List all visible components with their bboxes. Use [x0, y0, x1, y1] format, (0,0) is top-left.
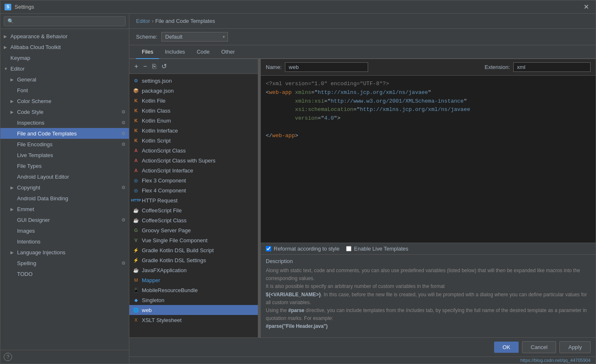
extension-input[interactable]: [513, 62, 591, 72]
nav-item-languageinjections[interactable]: ▶ Language Injections: [0, 247, 129, 258]
nav-label: Alibaba Cloud Toolkit: [10, 44, 126, 50]
file-item-name: ActionScript Interface: [142, 167, 193, 174]
nav-item-fileencodings[interactable]: ▶ File Encodings ⚙: [0, 139, 129, 150]
nav-item-filetypes[interactable]: ▶ File Types: [0, 160, 129, 171]
file-item-coffeeclass[interactable]: ☕ CoffeeScript Class: [129, 215, 258, 225]
ok-button[interactable]: OK: [494, 342, 519, 353]
close-button[interactable]: ✕: [581, 2, 591, 12]
file-item-name: Singleton: [142, 297, 164, 303]
nav-item-font[interactable]: ▶ Font: [0, 85, 129, 96]
nav-item-intentions[interactable]: ▶ Intentions: [0, 236, 129, 247]
nav-item-spelling[interactable]: ▶ Spelling ⚙: [0, 258, 129, 268]
settings-icon: ⚙: [121, 109, 126, 115]
file-item-name: Flex 3 Component: [142, 177, 186, 184]
breadcrumb-current: File and Code Templates: [155, 18, 215, 24]
breadcrumb-parent: Editor: [136, 18, 150, 24]
file-item-name: ActionScript Class with Supers: [142, 157, 215, 164]
file-item-groovy[interactable]: G Groovy Server Page: [129, 225, 258, 235]
file-item-asclasssupers[interactable]: A ActionScript Class with Supers: [129, 155, 258, 165]
nav-item-guidesigner[interactable]: ▶ GUI Designer ⚙: [0, 214, 129, 225]
file-item-kotlinclass[interactable]: K Kotlin Class: [129, 106, 258, 116]
nav-item-colorscheme[interactable]: ▶ Color Scheme: [0, 96, 129, 106]
tab-files[interactable]: Files: [136, 45, 159, 59]
file-type-icon: K: [133, 117, 139, 124]
nav-label: Inspections: [17, 120, 121, 126]
arrow-icon: ▶: [4, 45, 9, 49]
file-item-flex4[interactable]: ◎ Flex 4 Component: [129, 185, 258, 195]
nav-label: GUI Designer: [17, 217, 121, 223]
help-button[interactable]: ?: [4, 353, 12, 361]
livetemplates-label[interactable]: Enable Live Templates: [354, 246, 408, 252]
reformat-label[interactable]: Reformat according to style: [274, 246, 339, 252]
nav-item-editor[interactable]: ▼ Editor: [0, 63, 129, 74]
nav-item-livetemplates[interactable]: ▶ Live Templates: [0, 150, 129, 160]
file-item-xslt[interactable]: X XSLT Stylesheet: [129, 315, 258, 325]
file-item-asinterface[interactable]: A ActionScript Interface: [129, 165, 258, 175]
file-item-vue[interactable]: V Vue Single File Component: [129, 235, 258, 245]
code-editor[interactable]: <?xml version="1.0" encoding="UTF-8"?> <…: [261, 76, 596, 243]
file-item-kotlininterface[interactable]: K Kotlin Interface: [129, 125, 258, 135]
copy-template-button[interactable]: ⎘: [151, 61, 158, 71]
nav-item-androidlayout[interactable]: ▶ Android Layout Editor: [0, 171, 129, 182]
breadcrumb-separator: ›: [152, 18, 153, 24]
reformat-checkbox[interactable]: [266, 246, 271, 251]
scheme-dropdown[interactable]: Default Project: [161, 32, 228, 42]
tab-includes[interactable]: Includes: [159, 45, 190, 59]
nav-item-inspections[interactable]: ▶ Inspections ⚙: [0, 117, 129, 128]
file-item-name: Gradle Kotlin DSL Settings: [142, 257, 206, 263]
nav-item-copyright[interactable]: ▶ Copyright ⚙: [0, 182, 129, 193]
arrow-icon: ▶: [10, 110, 15, 114]
nav-label: File Encodings: [17, 141, 121, 148]
settings-icon: ⚙: [121, 185, 126, 190]
cancel-button[interactable]: Cancel: [522, 341, 556, 353]
nav-item-emmet[interactable]: ▶ Emmet: [0, 204, 129, 214]
nav-item-images[interactable]: ▶ Images: [0, 225, 129, 236]
file-item-web[interactable]: 🌐 web: [129, 305, 258, 315]
file-item-settings[interactable]: ⚙ settings.json: [129, 76, 258, 86]
file-type-icon: K: [133, 137, 139, 144]
file-item-kotlinscript[interactable]: K Kotlin Script: [129, 135, 258, 145]
file-item-name: MobileResourceBundle: [142, 287, 198, 293]
file-type-icon: V: [133, 237, 139, 243]
file-item-flex3[interactable]: ◎ Flex 3 Component: [129, 175, 258, 185]
search-input[interactable]: [4, 16, 126, 26]
add-template-button[interactable]: +: [133, 61, 140, 71]
file-type-icon: X: [133, 317, 139, 323]
bottom-bar: ?: [0, 350, 129, 364]
file-item-packagejson[interactable]: 📦 package.json: [129, 86, 258, 96]
description-text: Along with static text, code and comment…: [266, 267, 591, 337]
editor-panel: Name: Extension: <?xml version="1.0" enc…: [261, 59, 596, 337]
nav-item-general[interactable]: ▶ General: [0, 74, 129, 85]
file-item-mobileresource[interactable]: 📱 MobileResourceBundle: [129, 285, 258, 295]
titlebar: S Settings ✕: [0, 0, 596, 14]
reset-template-button[interactable]: ↺: [160, 61, 168, 71]
nav-item-codestyle[interactable]: ▶ Code Style ⚙: [0, 106, 129, 117]
file-item-coffeefile[interactable]: ☕ CoffeeScript File: [129, 205, 258, 215]
file-item-gradlesettings[interactable]: ⚡ Gradle Kotlin DSL Settings: [129, 255, 258, 265]
file-item-singleton[interactable]: ◆ Singleton: [129, 295, 258, 305]
apply-button[interactable]: Apply: [559, 341, 591, 353]
tab-code[interactable]: Code: [191, 45, 215, 59]
arrow-icon: ▶: [4, 34, 9, 39]
file-item-kotlinenum[interactable]: K Kotlin Enum: [129, 116, 258, 125]
file-item-name: CoffeeScript Class: [142, 217, 186, 224]
remove-template-button[interactable]: −: [141, 61, 148, 71]
file-item-kotlinfile[interactable]: K Kotlin File: [129, 96, 258, 106]
nav-label: File Types: [17, 163, 126, 169]
nav-item-filecodetemplates[interactable]: ▶ File and Code Templates ⚙: [0, 128, 129, 139]
file-item-httprequest[interactable]: HTTP HTTP Request: [129, 195, 258, 205]
file-item-mapper[interactable]: M Mapper: [129, 275, 258, 285]
file-item-javafx[interactable]: ☕ JavaFXApplication: [129, 265, 258, 275]
file-type-icon: M: [133, 277, 139, 283]
nav-item-androiddatabinding[interactable]: ▶ Android Data Binding: [0, 193, 129, 204]
file-item-asclass[interactable]: A ActionScript Class: [129, 145, 258, 155]
nav-item-alibaba[interactable]: ▶ Alibaba Cloud Toolkit: [0, 42, 129, 52]
nav-item-keymap[interactable]: ▶ Keymap: [0, 52, 129, 63]
name-input[interactable]: [285, 62, 368, 72]
file-item-name: Kotlin File: [142, 98, 166, 104]
file-item-gradlebuild[interactable]: ⚡ Gradle Kotlin DSL Build Script: [129, 245, 258, 255]
livetemplates-checkbox[interactable]: [346, 246, 351, 251]
tab-other[interactable]: Other: [215, 45, 241, 59]
nav-item-todo[interactable]: ▶ TODO: [0, 268, 129, 279]
nav-item-appearance[interactable]: ▶ Appearance & Behavior: [0, 31, 129, 42]
